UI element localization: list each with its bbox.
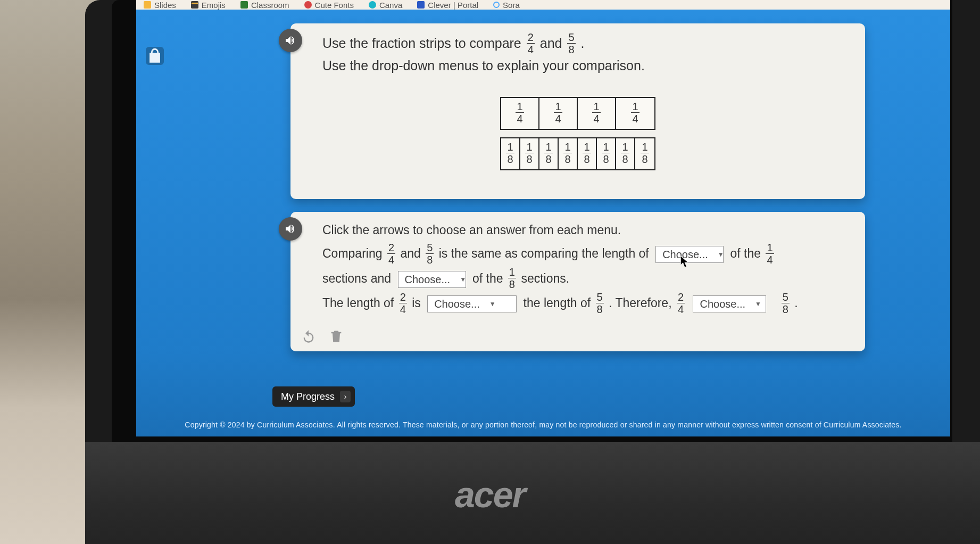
canva-icon (369, 1, 376, 9)
audio-button[interactable] (279, 217, 302, 241)
answer-instruction: Click the arrows to choose an answer fro… (322, 221, 851, 239)
bookmark-clever[interactable]: Clever | Portal (417, 1, 478, 10)
fraction-2-4: 24 (677, 292, 685, 315)
dropdown-label: Choose... (700, 293, 745, 315)
bookmark-label: Classroom (251, 1, 289, 10)
chevron-down-icon: ▼ (755, 298, 761, 310)
lesson-page: Use the fraction strips to compare 24 an… (136, 10, 950, 436)
answer-text: and (400, 246, 424, 260)
dropdown-4[interactable]: Choose...▼ (693, 295, 766, 312)
question-text-line2: Use the drop-down menus to explain your … (322, 58, 645, 73)
classroom-icon (240, 1, 248, 9)
answer-text: the length of (524, 296, 594, 310)
bookmarks-bar: Slides Emojis Classroom Cute Fonts Canva… (136, 0, 950, 10)
chevron-down-icon: ▼ (718, 248, 724, 261)
strip-cell: 18 (616, 138, 635, 169)
fraction-5-8: 58 (567, 32, 575, 55)
dropdown-2[interactable]: Choose...▼ (398, 271, 466, 288)
bookmark-label: Sora (503, 1, 520, 10)
fraction-5-8: 58 (782, 292, 790, 315)
delete-button[interactable] (329, 329, 344, 344)
slides-icon (144, 1, 151, 9)
answer-text: is (412, 296, 424, 310)
plus-icon (191, 1, 198, 9)
strip-cell: 14 (616, 98, 654, 129)
bookmark-emojis[interactable]: Emojis (191, 1, 226, 10)
question-card: Use the fraction strips to compare 24 an… (290, 23, 865, 199)
bookmark-label: Canva (379, 1, 402, 10)
answer-text: . (794, 296, 798, 310)
answer-text: sections and (322, 271, 395, 285)
fraction-1-8: 18 (508, 267, 516, 290)
answer-text: is the same as comparing the length of (439, 246, 652, 260)
screen: Slides Emojis Classroom Cute Fonts Canva… (136, 0, 950, 436)
card-tools (301, 329, 344, 344)
bookmark-canva[interactable]: Canva (369, 1, 402, 10)
question-text-part: Use the fraction strips to compare (322, 36, 525, 51)
my-progress-button[interactable]: My Progress › (272, 386, 355, 407)
fraction-2-4: 24 (399, 292, 407, 315)
strip-cell: 14 (578, 98, 616, 129)
speaker-icon (284, 34, 297, 47)
bookmark-label: Clever | Portal (428, 1, 478, 10)
speaker-icon (284, 222, 297, 235)
strip-cell: 18 (520, 138, 539, 169)
answer-card: Click the arrows to choose an answer fro… (290, 212, 865, 351)
strip-eighths: 18 18 18 18 18 18 18 18 (500, 137, 655, 170)
fraction-1-4: 14 (766, 242, 774, 265)
bookmark-label: Cute Fonts (315, 1, 354, 10)
sora-icon (493, 2, 500, 8)
answer-text: The length of (322, 296, 397, 310)
question-text-part: and (540, 36, 566, 51)
fraction-2-4: 24 (387, 242, 395, 265)
bookmark-slides[interactable]: Slides (144, 1, 176, 10)
bookmark-label: Slides (154, 1, 176, 10)
fraction-strips: 14 14 14 14 18 18 18 18 18 18 18 18 (500, 97, 655, 170)
dropdown-3[interactable]: Choose...▼ (427, 295, 517, 312)
bookmark-cutefonts[interactable]: Cute Fonts (304, 1, 354, 10)
undo-icon (301, 329, 316, 344)
question-text-part: . (581, 36, 585, 51)
fraction-2-4: 24 (527, 32, 535, 55)
strip-cell: 18 (501, 138, 520, 169)
progress-label: My Progress (281, 391, 335, 402)
answer-text: of the (472, 271, 506, 285)
dropdown-label: Choose... (662, 244, 708, 265)
chevron-right-icon: › (340, 391, 351, 402)
audio-button[interactable] (279, 29, 302, 52)
fraction-5-8: 58 (426, 242, 434, 265)
strip-cell: 18 (578, 138, 597, 169)
bookmark-sora[interactable]: Sora (493, 1, 520, 10)
question-text: Use the fraction strips to compare 24 an… (322, 33, 851, 75)
laptop-chin (85, 442, 980, 544)
notes-lock-icon (146, 47, 164, 65)
strip-cell: 18 (559, 138, 578, 169)
dropdown-label: Choose... (434, 293, 480, 315)
bookmark-classroom[interactable]: Classroom (240, 1, 289, 10)
dropdown-1[interactable]: Choose...▼ (655, 246, 724, 263)
answer-text: sections. (521, 271, 569, 285)
fraction-5-8: 58 (596, 292, 604, 315)
chevron-down-icon: ▼ (460, 273, 466, 286)
chevron-down-icon: ▼ (489, 298, 496, 310)
undo-button[interactable] (301, 329, 316, 344)
answer-text: . Therefore, (609, 296, 675, 310)
notes-toggle-button[interactable] (146, 47, 164, 65)
strip-cell: 14 (501, 98, 539, 129)
copyright-text: Copyright © 2024 by Curriculum Associate… (136, 421, 950, 429)
strip-cell: 18 (635, 138, 654, 169)
answer-sentence: Comparing 24 and 58 is the same as compa… (322, 241, 851, 315)
strip-quarters: 14 14 14 14 (500, 97, 655, 130)
laptop-brand-logo: acer (455, 474, 525, 515)
answer-text: of the (730, 246, 765, 260)
strip-cell: 18 (539, 138, 559, 169)
strip-cell: 14 (539, 98, 578, 129)
answer-text: Comparing (322, 246, 386, 260)
clever-icon (417, 1, 425, 9)
dropdown-label: Choose... (405, 269, 451, 290)
fonts-icon (304, 1, 312, 9)
strip-cell: 18 (597, 138, 616, 169)
trash-icon (329, 329, 344, 344)
bookmark-label: Emojis (202, 1, 226, 10)
